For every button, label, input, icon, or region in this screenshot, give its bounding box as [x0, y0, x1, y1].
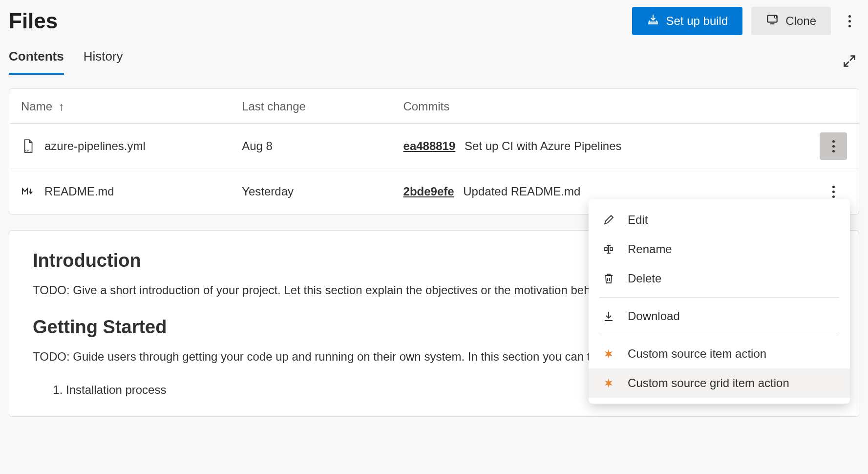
menu-item-delete[interactable]: Delete [589, 264, 850, 293]
menu-item-edit[interactable]: Edit [589, 205, 850, 235]
menu-item-label: Edit [628, 213, 648, 227]
row-more-button[interactable] [820, 132, 847, 160]
build-icon [647, 13, 659, 29]
files-table: Name ↑ Last change Commits YML [9, 89, 859, 214]
asterisk-icon [602, 347, 615, 360]
clone-button[interactable]: Clone [751, 7, 831, 35]
setup-build-button[interactable]: Set up build [632, 7, 743, 35]
commit-message: Updated README.md [463, 185, 580, 198]
yml-file-icon: YML [21, 139, 35, 153]
column-header-last-change[interactable]: Last change [230, 89, 391, 124]
table-row[interactable]: YML azure-pipelines.yml Aug 8 ea488819 S… [9, 124, 859, 169]
commit-hash-link[interactable]: 2bde9efe [403, 185, 454, 198]
context-menu: Edit Rename Delete Download Custom sourc… [589, 199, 850, 404]
rename-icon [602, 243, 615, 256]
more-vertical-icon [832, 186, 835, 198]
asterisk-icon [602, 377, 615, 389]
menu-item-custom-source[interactable]: Custom source item action [589, 339, 850, 368]
menu-item-custom-source-grid[interactable]: Custom source grid item action [589, 368, 850, 398]
fullscreen-icon [843, 54, 856, 68]
more-vertical-icon [848, 15, 851, 27]
menu-item-rename[interactable]: Rename [589, 235, 850, 264]
edit-icon [602, 214, 615, 226]
column-header-name[interactable]: Name ↑ [9, 89, 230, 124]
menu-item-download[interactable]: Download [589, 302, 850, 331]
files-card: Name ↑ Last change Commits YML [9, 88, 859, 215]
column-header-commits[interactable]: Commits [392, 89, 808, 124]
more-vertical-icon [832, 140, 835, 152]
menu-divider [599, 297, 839, 298]
commit-message: Set up CI with Azure Pipelines [465, 139, 622, 152]
commit-hash-link[interactable]: ea488819 [403, 139, 456, 152]
fullscreen-button[interactable] [840, 51, 859, 73]
delete-icon [602, 272, 615, 285]
menu-item-label: Delete [628, 272, 661, 285]
setup-build-label: Set up build [666, 14, 728, 28]
file-last-change: Aug 8 [230, 124, 391, 169]
md-file-icon [21, 185, 35, 198]
menu-item-label: Download [628, 309, 680, 323]
clone-icon [766, 13, 779, 29]
tab-history[interactable]: History [84, 49, 123, 75]
header-more-button[interactable] [840, 11, 859, 31]
tab-contents[interactable]: Contents [9, 49, 64, 75]
sort-ascending-icon: ↑ [59, 100, 64, 113]
menu-divider [599, 335, 839, 335]
svg-text:YML: YML [24, 149, 31, 153]
menu-item-label: Custom source item action [628, 347, 766, 361]
menu-item-label: Custom source grid item action [628, 376, 789, 390]
menu-item-label: Rename [628, 242, 672, 256]
clone-label: Clone [785, 14, 816, 28]
page-title: Files [9, 9, 58, 33]
file-name: azure-pipelines.yml [44, 139, 146, 153]
download-icon [602, 310, 615, 323]
file-last-change: Yesterday [230, 169, 391, 215]
file-name: README.md [44, 185, 114, 198]
